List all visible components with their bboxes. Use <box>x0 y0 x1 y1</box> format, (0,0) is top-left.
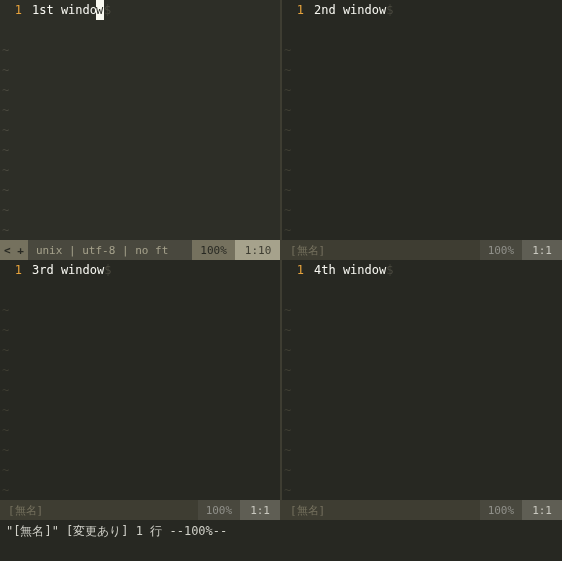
cursor-position: 1:10 <box>235 240 280 260</box>
spacer <box>333 500 479 520</box>
empty-lines: ~ ~ ~ ~ ~ ~ ~ ~ ~ ~ <box>2 20 9 240</box>
percent: 100% <box>480 500 523 520</box>
line-number: 1 <box>0 0 22 20</box>
buffer-text[interactable]: 3rd window$ <box>32 260 276 280</box>
spacer <box>176 240 192 260</box>
eol-marker: $ <box>104 263 111 277</box>
line-number: 1 <box>282 260 304 280</box>
gutter: 1 <box>0 0 28 20</box>
percent: 100% <box>198 500 241 520</box>
pane-bottom-right[interactable]: 1 4th window$ ~ ~ ~ ~ ~ ~ ~ ~ ~ ~ <box>282 260 562 500</box>
cursor-position: 1:1 <box>522 500 562 520</box>
eol-marker: $ <box>386 3 393 17</box>
empty-lines: ~ ~ ~ ~ ~ ~ ~ ~ ~ ~ <box>284 280 291 500</box>
line-number: 1 <box>282 0 304 20</box>
statusline-bottom-left: [無名] 100% 1:1 <box>0 500 280 520</box>
gutter: 1 <box>282 260 310 280</box>
spacer <box>51 500 197 520</box>
pane-top-right[interactable]: 1 2nd window$ ~ ~ ~ ~ ~ ~ ~ ~ ~ ~ <box>282 0 562 240</box>
percent: 100% <box>192 240 235 260</box>
statusline-bottom-right: [無名] 100% 1:1 <box>282 500 562 520</box>
buffer-name: [無名] <box>282 500 333 520</box>
empty-lines: ~ ~ ~ ~ ~ ~ ~ ~ ~ ~ <box>2 280 9 500</box>
text: 4th window <box>314 263 386 277</box>
empty-lines: ~ ~ ~ ~ ~ ~ ~ ~ ~ ~ <box>284 20 291 240</box>
buffer-text[interactable]: 1st window$ <box>32 0 276 20</box>
buffer-text[interactable]: 4th window$ <box>314 260 558 280</box>
text-before-cursor: 1st windo <box>32 3 97 17</box>
cursor: w <box>96 0 104 20</box>
spacer <box>333 240 479 260</box>
eol-marker: $ <box>386 263 393 277</box>
statusline-top-left: < + unix | utf-8 | no ft 100% 1:10 <box>0 240 280 260</box>
file-info: unix | utf-8 | no ft <box>28 240 176 260</box>
pane-top-left[interactable]: 1 1st window$ ~ ~ ~ ~ ~ ~ ~ ~ ~ ~ <box>0 0 280 240</box>
line-number: 1 <box>0 260 22 280</box>
command-line[interactable]: "[無名]" [変更あり] 1 行 --100%-- <box>0 520 562 561</box>
text: 2nd window <box>314 3 386 17</box>
cursor-position: 1:1 <box>522 240 562 260</box>
percent: 100% <box>480 240 523 260</box>
gutter: 1 <box>282 0 310 20</box>
buffer-text[interactable]: 2nd window$ <box>314 0 558 20</box>
editor-grid: 1 1st window$ ~ ~ ~ ~ ~ ~ ~ ~ ~ ~ 1 2nd … <box>0 0 562 561</box>
gutter: 1 <box>0 260 28 280</box>
buffer-name: [無名] <box>282 240 333 260</box>
statusline-top-right: [無名] 100% 1:1 <box>282 240 562 260</box>
pane-bottom-left[interactable]: 1 3rd window$ ~ ~ ~ ~ ~ ~ ~ ~ ~ ~ <box>0 260 280 500</box>
buffer-name: [無名] <box>0 500 51 520</box>
eol-marker: $ <box>104 3 111 17</box>
cursor-position: 1:1 <box>240 500 280 520</box>
text: 3rd window <box>32 263 104 277</box>
mode-indicator: < + <box>0 240 28 260</box>
